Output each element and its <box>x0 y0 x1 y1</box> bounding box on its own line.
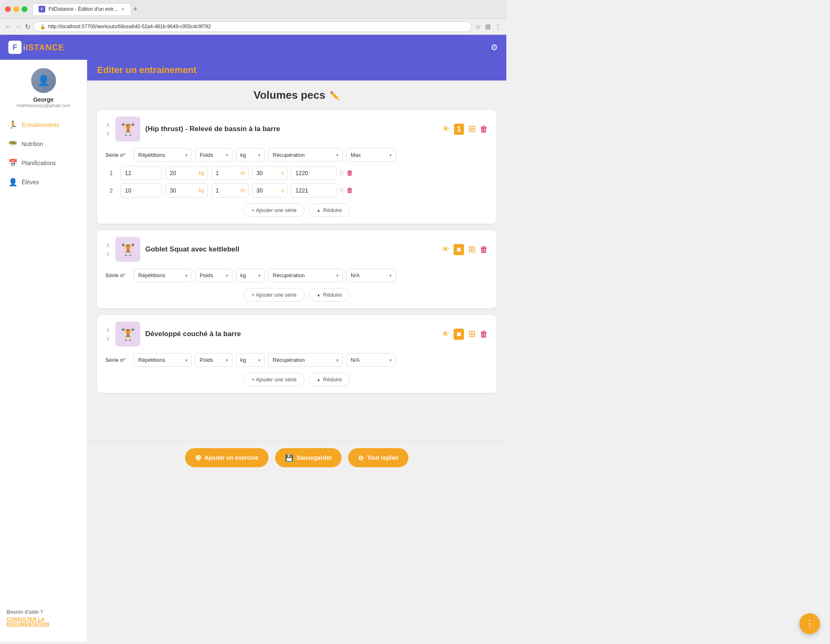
expand-button-1[interactable]: ⊞ <box>468 124 476 135</box>
recup2-input-1-2[interactable] <box>252 184 281 197</box>
save-icon: 💾 <box>285 454 293 462</box>
logo-text: iISTANCE <box>23 43 64 52</box>
bookmark-icon[interactable]: ☆ <box>475 23 481 31</box>
notification-wrapper-1: 1 <box>454 124 464 135</box>
poids-select-2[interactable]: Poids <box>195 268 232 282</box>
max-input-1-2[interactable] <box>291 183 337 198</box>
max-select-2[interactable]: N/A <box>346 268 396 282</box>
repetitions-select-2[interactable]: Répétitions <box>134 268 192 282</box>
minimize-traffic-light[interactable] <box>13 6 19 12</box>
browser-menu-icon[interactable]: ⋮ <box>495 23 501 31</box>
logo: F iISTANCE <box>8 41 64 54</box>
reduce-button-1[interactable]: ▲ Réduire <box>309 203 350 217</box>
tab-favicon: F <box>39 6 45 12</box>
serie-header-1: Série n° Répétitions ▼ Poids ▼ <box>105 148 488 162</box>
kg-select-3[interactable]: kg <box>236 353 265 367</box>
help-link[interactable]: CONSULTER LA DOCUMENTATION <box>7 617 80 627</box>
collapse-all-button[interactable]: ⊖ Tout replier <box>348 448 408 467</box>
notification-button-3[interactable]: ■ <box>454 329 464 340</box>
max-select-3[interactable]: N/A <box>346 353 396 367</box>
poids-select-wrapper-1: Poids ▼ <box>195 148 232 162</box>
save-button[interactable]: 💾 Sauvegarder <box>275 448 342 467</box>
settings-button[interactable]: ⚙ <box>491 42 498 52</box>
serie-row-1-1: 1 kg m s <box>105 166 488 180</box>
poids-input-1-1[interactable] <box>166 166 199 180</box>
new-tab-button[interactable]: + <box>133 5 137 14</box>
serie-col-label-1: Série n° <box>105 152 130 158</box>
recuperation-select-3[interactable]: Récupération <box>268 353 343 367</box>
reorder-icon-1[interactable]: ∧∨ <box>105 121 110 137</box>
maximize-traffic-light[interactable] <box>22 6 27 12</box>
add-serie-button-1[interactable]: + Ajouter une série <box>244 203 305 217</box>
serie-col-label-2: Série n° <box>105 272 130 278</box>
page-header: Editer un entrainement <box>87 60 506 80</box>
tab-close-icon[interactable]: ✕ <box>121 6 125 12</box>
max-select-wrapper-1: Max ▼ <box>346 148 396 162</box>
delete-button-1[interactable]: 🗑 <box>480 124 488 135</box>
add-serie-button-3[interactable]: + Ajouter une série <box>244 373 305 386</box>
expand-button-2[interactable]: ⊞ <box>468 244 476 255</box>
recup1-input-1-1[interactable] <box>212 166 241 180</box>
sidebar-item-eleves[interactable]: 👤 Élèves <box>3 173 83 191</box>
poids-input-1-2[interactable] <box>166 184 199 197</box>
add-exercise-button[interactable]: ⊕ Ajouter un exercice <box>185 448 269 467</box>
reorder-icon-2[interactable]: ∧∨ <box>105 241 110 258</box>
reload-button[interactable]: ↻ <box>25 23 30 31</box>
reorder-icon-3[interactable]: ∧∨ <box>105 326 110 342</box>
sidebar-item-entrainements[interactable]: 🏃 Entraînements <box>3 116 83 134</box>
reduce-button-2[interactable]: ▲ Réduire <box>309 288 350 302</box>
view-button-2[interactable]: 👁 <box>442 244 449 255</box>
max-select-wrapper-3: N/A ▼ <box>346 353 396 367</box>
browser-chrome: F FitDistance - Édition d'un entr... ✕ +… <box>0 0 506 35</box>
app-header: F iISTANCE ⚙ <box>0 35 506 60</box>
copy-row-button-1-2[interactable]: ⎘ <box>340 187 344 194</box>
recup2-input-1-1[interactable] <box>252 166 281 180</box>
sidebar-item-label-planifications: Planifications <box>22 160 56 166</box>
serie-num-1-1: 1 <box>105 170 117 176</box>
address-bar[interactable]: 🔒 http://localhost:57700/workouts/68cea6… <box>34 21 472 32</box>
close-traffic-light[interactable] <box>5 6 11 12</box>
back-button[interactable]: ← <box>5 23 12 30</box>
kg-select-1[interactable]: kg <box>236 148 265 162</box>
recuperation-select-2[interactable]: Récupération <box>268 268 343 282</box>
recup1-unit-1-2: m <box>241 188 248 193</box>
workout-edit-icon[interactable]: ✏️ <box>330 90 340 100</box>
main-content: Editer un entrainement Volumes pecs ✏️ ∧… <box>87 60 506 642</box>
delete-button-2[interactable]: 🗑 <box>480 244 488 255</box>
repetitions-select-1[interactable]: Répétitions <box>134 148 192 162</box>
add-serie-button-2[interactable]: + Ajouter une série <box>244 288 305 302</box>
exercise-thumb-3: 🏋 <box>115 322 140 346</box>
repetitions-select-3[interactable]: Répétitions <box>134 353 192 367</box>
reps-input-1-1[interactable] <box>120 166 162 180</box>
copy-row-button-1-1[interactable]: ⎘ <box>340 169 344 177</box>
exercise-name-3: Développé couché à la barre <box>145 330 437 338</box>
recuperation-select-wrapper-2: Récupération ▼ <box>268 268 343 282</box>
notification-button-2[interactable]: ■ <box>454 244 464 255</box>
add-serie-label-1: + Ajouter une série <box>251 207 297 213</box>
delete-row-button-1-2[interactable]: 🗑 <box>347 187 353 194</box>
forward-button[interactable]: → <box>15 23 22 30</box>
poids-select-1[interactable]: Poids <box>195 148 232 162</box>
kg-select-2[interactable]: kg <box>236 268 265 282</box>
sidebar-item-planifications[interactable]: 📅 Planifications <box>3 154 83 172</box>
recup2-wrapper-1-1: s <box>252 166 288 180</box>
reduce-button-3[interactable]: ▲ Réduire <box>309 373 350 386</box>
repetitions-select-wrapper-1: Répétitions ▼ <box>134 148 192 162</box>
poids-input-wrapper-1-1: kg <box>165 166 208 180</box>
add-serie-label-3: + Ajouter une série <box>251 376 297 383</box>
recuperation-select-1[interactable]: Récupération <box>268 148 343 162</box>
browser-tab[interactable]: F FitDistance - Édition d'un entr... ✕ <box>32 3 131 15</box>
expand-button-3[interactable]: ⊞ <box>468 329 476 340</box>
max-input-1-1[interactable] <box>291 166 337 180</box>
delete-row-button-1-1[interactable]: 🗑 <box>347 169 353 177</box>
extensions-icon[interactable]: ⊞ <box>485 23 491 31</box>
poids-select-3[interactable]: Poids <box>195 353 232 367</box>
notification-button-1[interactable]: 1 <box>454 124 464 135</box>
max-select-1[interactable]: Max <box>346 148 396 162</box>
sidebar-item-nutrition[interactable]: 🥗 Nutrition <box>3 135 83 153</box>
delete-button-3[interactable]: 🗑 <box>480 329 488 340</box>
view-button-1[interactable]: 👁 <box>442 124 450 135</box>
view-button-3[interactable]: 👁 <box>442 329 449 340</box>
reps-input-1-2[interactable] <box>120 183 162 198</box>
recup1-input-1-2[interactable] <box>212 184 241 197</box>
